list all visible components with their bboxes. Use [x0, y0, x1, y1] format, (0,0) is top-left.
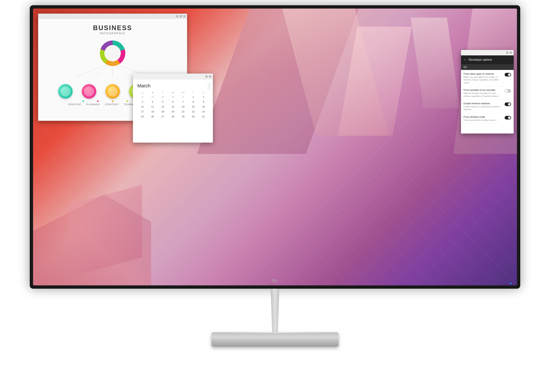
cal-day[interactable]: 24 — [198, 109, 209, 114]
label-strategy: STRATEGY — [105, 103, 119, 106]
monitor-screen: — □ × BUSINESS INFOGRAPHIC — [33, 8, 517, 285]
cal-day[interactable]: 10 — [137, 104, 147, 109]
cal-day[interactable]: 11 — [147, 104, 158, 109]
svg-line-3 — [113, 62, 131, 77]
cal-day[interactable]: 5 — [158, 99, 168, 104]
cal-day[interactable]: 26 — [147, 114, 158, 119]
devopt-item-3-text: Enable freeform windows Enable support f… — [464, 102, 503, 111]
devopt-item-4-text: Force desktop mode Force experimental de… — [464, 116, 503, 121]
cal-day[interactable]: 19 — [158, 109, 168, 114]
cal-header-s2: S — [198, 91, 209, 94]
calendar-grid: S M T W TH F S 27 — [137, 91, 209, 119]
circle-strategy — [105, 84, 120, 99]
label-creative: CREATIVE — [68, 103, 81, 106]
cal-day[interactable]: 9 — [198, 99, 209, 104]
svg-text:h: h — [272, 278, 274, 283]
cal-header-f: F — [188, 91, 198, 94]
cal-week-3: 10 11 12 13 14 15 16 — [137, 104, 209, 109]
devopt-item-3-desc: Enable support for experimental freeform… — [464, 105, 503, 111]
cal-day[interactable]: 22 — [178, 109, 188, 114]
cal-day[interactable]: 23 — [188, 109, 198, 114]
dot-teamwork — [127, 100, 128, 102]
devopt-item-3-title: Enable freeform windows — [464, 102, 503, 105]
cal-day[interactable]: 30 — [188, 114, 198, 119]
calendar-month: March — [137, 83, 209, 89]
cal-day[interactable]: 15 — [188, 104, 198, 109]
monitor-bezel: — □ × BUSINESS INFOGRAPHIC — [30, 5, 520, 289]
cal-day[interactable]: 14 — [178, 104, 188, 109]
cal-week-1: 27 28 29 30 31 1 2 — [137, 94, 209, 99]
devopt-toggle-1[interactable] — [505, 73, 511, 77]
cal-day[interactable]: 16 — [198, 104, 209, 109]
devopt-titlebar: □ × — [461, 50, 514, 56]
cal-day[interactable]: 4 — [147, 99, 158, 104]
svg-text:p: p — [274, 278, 277, 283]
cal-day[interactable]: 8 — [188, 99, 198, 104]
devopt-item-4-desc: Force experimental desktop mode on — [464, 119, 503, 121]
infographic-close-btn[interactable]: × — [183, 15, 186, 17]
cal-day[interactable]: 27 — [158, 114, 168, 119]
window-developer-options: □ × ← Developer options On Force allow a… — [461, 50, 514, 133]
devopt-toggle-3[interactable] — [505, 102, 511, 106]
dot-planning — [97, 100, 99, 102]
infographic-title-area: BUSINESS INFOGRAPHIC — [93, 24, 132, 35]
cal-day: 30 — [168, 94, 178, 99]
devopt-header: ← Developer options — [461, 56, 514, 64]
devopt-toggle-4[interactable] — [505, 116, 511, 119]
cal-day[interactable]: 17 — [137, 109, 147, 114]
cal-day[interactable]: 6 — [168, 99, 178, 104]
devopt-body: Force allow apps on external Makes any a… — [461, 70, 514, 124]
power-indicator — [510, 283, 511, 284]
cal-day[interactable]: 25 — [137, 114, 147, 119]
svg-line-0 — [76, 62, 113, 77]
circle-planning — [82, 84, 96, 99]
cal-day[interactable]: 18 — [147, 109, 158, 114]
window-calendar: □ × March S M T W TH F — [133, 74, 213, 143]
calendar-close-btn[interactable]: × — [209, 75, 211, 78]
cal-day[interactable]: 1 — [188, 94, 198, 99]
cal-header-w: W — [168, 91, 178, 94]
monitor-base — [211, 332, 339, 347]
cal-day[interactable]: 13 — [168, 104, 178, 109]
devopt-toggle-2[interactable] — [505, 89, 511, 93]
calendar-maximize-btn[interactable]: □ — [205, 75, 208, 78]
business-title: BUSINESS — [93, 24, 132, 32]
devopt-back-arrow[interactable]: ← — [464, 58, 467, 62]
infographic-maximize-btn[interactable]: □ — [180, 15, 182, 17]
infographic-titlebar: — □ × — [38, 14, 187, 19]
devopt-item-1: Force allow apps on external Makes any a… — [461, 70, 514, 86]
devopt-status-text: On — [464, 66, 467, 69]
cal-dots-decoration — [208, 84, 211, 90]
monitor-container: — □ × BUSINESS INFOGRAPHIC — [21, 5, 529, 387]
cal-day[interactable]: 7 — [178, 99, 188, 104]
cal-day: 29 — [158, 94, 168, 99]
calendar-titlebar: □ × — [133, 74, 213, 79]
cal-day[interactable]: 31 — [198, 114, 209, 119]
cal-day: 28 — [147, 94, 158, 99]
cal-day[interactable]: 3 — [137, 99, 147, 104]
cal-day[interactable]: 29 — [178, 114, 188, 119]
devopt-maximize-btn[interactable]: □ — [506, 51, 508, 54]
cal-header-s1: S — [137, 91, 147, 94]
devopt-item-2: Force activities to be resizable Make al… — [461, 86, 514, 99]
circle-creative — [58, 84, 73, 99]
devopt-status-bar: On — [461, 64, 514, 70]
devopt-item-2-title: Force activities to be resizable — [464, 89, 503, 91]
cal-day[interactable]: 28 — [168, 114, 178, 119]
svg-line-1 — [94, 62, 113, 77]
devopt-title: Developer options — [469, 58, 492, 61]
dot-creative — [83, 100, 84, 102]
devopt-item-2-text: Force activities to be resizable Make al… — [464, 89, 503, 98]
devopt-item-3: Enable freeform windows Enable support f… — [461, 99, 514, 113]
cal-header-m: M — [147, 91, 158, 94]
cal-day[interactable]: 2 — [198, 94, 209, 99]
cal-day[interactable]: 20 — [168, 109, 178, 114]
cal-day[interactable]: 12 — [158, 104, 168, 109]
monitor-neck — [268, 289, 282, 332]
cal-header-th: TH — [178, 91, 188, 94]
devopt-close-btn[interactable]: × — [510, 51, 512, 54]
devopt-item-4-title: Force desktop mode — [464, 116, 503, 118]
infographic-minimize-btn[interactable]: — — [176, 15, 178, 17]
devopt-item-1-title: Force allow apps on external — [464, 72, 503, 75]
devopt-item-1-desc: Makes any app eligible to be written to … — [464, 76, 503, 84]
